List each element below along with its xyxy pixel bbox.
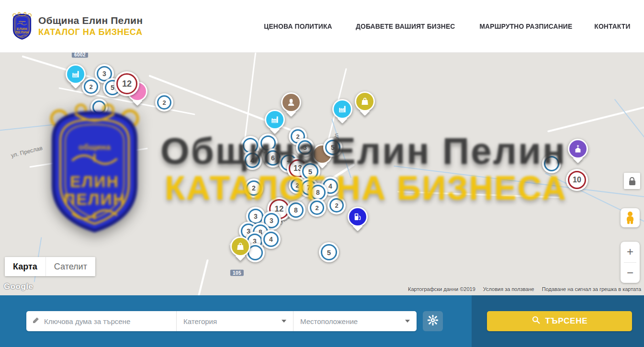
factory-pin[interactable] xyxy=(332,99,352,119)
advanced-search-button[interactable] xyxy=(423,311,443,331)
worker-pin[interactable] xyxy=(281,92,301,112)
factory-pin[interactable] xyxy=(66,64,86,84)
cluster-count: 5 xyxy=(321,244,337,260)
church-pin[interactable] xyxy=(568,139,588,159)
map-river xyxy=(394,166,644,199)
map-type-satellite-button[interactable]: Сателит xyxy=(45,257,95,276)
cluster-count xyxy=(544,156,559,171)
cluster-count: 4 xyxy=(263,232,279,247)
watermark-title: Община Елин Пелин xyxy=(160,129,566,173)
cluster-count: 4 xyxy=(245,153,260,168)
map-road xyxy=(29,147,147,168)
chevron-down-icon xyxy=(405,320,410,323)
bag-pin[interactable] xyxy=(355,91,375,112)
fuel-icon xyxy=(349,208,366,225)
cluster-marker[interactable] xyxy=(542,154,561,173)
svg-text:община: община xyxy=(19,21,26,22)
street-view-pegman-button[interactable] xyxy=(621,208,640,227)
zoom-out-button[interactable]: − xyxy=(621,263,640,283)
factory-icon xyxy=(334,101,351,118)
cluster-count: 2 xyxy=(246,180,261,196)
lock-button[interactable] xyxy=(624,173,640,189)
zoom-in-button[interactable]: + xyxy=(621,242,640,262)
cluster-count: 5 xyxy=(325,140,340,155)
cluster-count: 5 xyxy=(302,163,318,179)
location-select[interactable]: Местоположение xyxy=(293,311,417,331)
map[interactable]: 6002105ул. Преславбул. „Новоселци 325122… xyxy=(0,53,644,295)
cluster-marker[interactable]: 12 xyxy=(114,71,139,96)
cluster-marker[interactable]: 2 xyxy=(328,196,346,214)
watermark-crest: община ЕЛИН ПЕЛИН xyxy=(41,103,148,237)
map-type-map-button[interactable]: Карта xyxy=(5,257,45,276)
cluster-count: 8 xyxy=(310,185,326,200)
watermark-subtitle: КАТАЛОГ НА БИЗНЕСА xyxy=(165,169,567,207)
site-logo[interactable]: община ЕЛИН ПЕЛИН Община Елин Пелин КАТА… xyxy=(11,12,143,40)
cluster-count: 2 xyxy=(84,79,98,94)
road-number-label: 6002 xyxy=(72,53,88,58)
category-select[interactable]: Категория xyxy=(176,311,293,331)
svg-text:ПЕЛИН: ПЕЛИН xyxy=(15,30,29,34)
terms-link[interactable]: Условия за ползване xyxy=(483,286,534,292)
cluster-count xyxy=(92,101,106,114)
cluster-marker[interactable]: 4 xyxy=(261,230,281,249)
bag-icon xyxy=(356,93,373,110)
cluster-marker[interactable]: 2 xyxy=(82,78,100,96)
map-river xyxy=(0,123,62,132)
cluster-marker[interactable]: 10 xyxy=(566,169,588,191)
map-road xyxy=(397,191,560,198)
category-select-value: Категория xyxy=(183,317,217,325)
factory-icon xyxy=(266,111,283,128)
cluster-marker[interactable]: 2 xyxy=(308,199,326,217)
cluster-count: 8 xyxy=(288,202,304,218)
cluster-marker[interactable]: 8 xyxy=(286,201,305,220)
pencil-icon xyxy=(32,316,40,326)
nav-item-pricing[interactable]: ЦЕНОВА ПОЛИТИКА xyxy=(264,22,332,30)
keyword-section xyxy=(26,311,176,331)
street-name-label: ул. Преслав xyxy=(10,145,43,159)
cluster-count: 2 xyxy=(157,95,171,110)
svg-text:ПЕЛИН: ПЕЛИН xyxy=(64,190,125,208)
google-logo[interactable]: Google xyxy=(4,282,34,291)
cluster-marker[interactable]: 2 xyxy=(155,93,173,112)
bag-pin[interactable] xyxy=(230,236,250,257)
page: община ЕЛИН ПЕЛИН Община Елин Пелин КАТА… xyxy=(0,0,644,347)
chevron-down-icon xyxy=(282,320,286,323)
cluster-marker[interactable]: 5 xyxy=(323,138,342,157)
worker-icon xyxy=(282,94,300,111)
cluster-count: 12 xyxy=(116,73,137,94)
road-number-label: 105 xyxy=(230,270,244,276)
cluster-count: 3 xyxy=(298,140,312,155)
site-subtitle: КАТАЛОГ НА БИЗНЕСА xyxy=(38,27,143,37)
cluster-marker[interactable]: 4 xyxy=(243,151,262,170)
svg-text:община: община xyxy=(79,142,111,152)
search-icon xyxy=(531,315,541,327)
map-attribution: Картографски данни ©2019 Условия за полз… xyxy=(408,286,641,292)
cluster-marker[interactable]: 2 xyxy=(244,179,263,198)
church-icon xyxy=(569,140,587,157)
pegman-icon xyxy=(626,212,634,224)
factory-pin[interactable] xyxy=(265,110,285,130)
bag-icon xyxy=(232,238,249,255)
search-button-label: ТЪРСЕНЕ xyxy=(545,316,588,326)
cluster-count: 10 xyxy=(568,171,586,189)
fuel-pin[interactable] xyxy=(348,207,368,227)
cluster-marker[interactable]: 5 xyxy=(319,242,339,262)
nav-item-add-business[interactable]: ДОБАВЕТЕ ВАШИЯТ БИЗНЕС xyxy=(356,22,455,30)
cluster-count: 2 xyxy=(310,201,324,215)
cluster-marker[interactable] xyxy=(90,99,108,116)
search-bar: Категория Местоположение ТЪРСЕНЕ xyxy=(0,295,644,347)
cluster-marker[interactable]: 3 xyxy=(296,138,314,157)
factory-icon xyxy=(67,66,84,83)
search-button[interactable]: ТЪРСЕНЕ xyxy=(487,311,632,331)
report-error-link[interactable]: Подаване на сигнал за грешка в картата xyxy=(542,286,641,292)
attribution-copyright: Картографски данни ©2019 xyxy=(408,286,475,292)
map-type-control: Карта Сателит xyxy=(5,257,95,276)
nav-item-contacts[interactable]: КОНТАКТИ xyxy=(594,22,630,30)
location-select-value: Местоположение xyxy=(300,317,358,325)
zoom-control: + − xyxy=(621,242,640,283)
cluster-count: 2 xyxy=(329,198,344,213)
nav-item-route-schedule[interactable]: МАРШРУТНО РАЗПИСАНИЕ xyxy=(480,22,573,30)
search-input[interactable] xyxy=(44,317,170,325)
svg-text:ЕЛИН: ЕЛИН xyxy=(70,172,119,190)
search-group: Категория Местоположение xyxy=(26,311,417,331)
